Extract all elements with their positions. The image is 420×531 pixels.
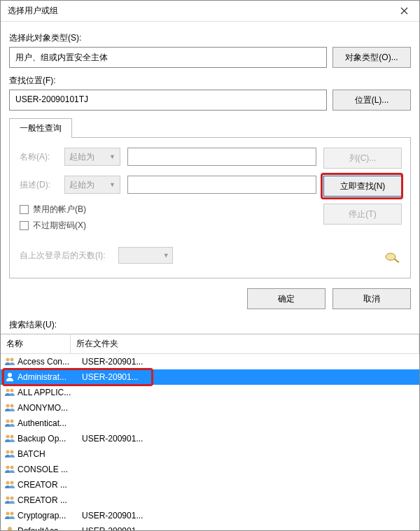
svg-point-22 bbox=[10, 512, 14, 516]
list-item[interactable]: DefaultAcc...USER-200901... bbox=[1, 523, 419, 530]
svg-point-8 bbox=[10, 404, 14, 408]
item-name: Cryptograp... bbox=[18, 511, 82, 521]
column-headers: 名称 所在文件夹 bbox=[1, 334, 419, 354]
object-type-field: 用户、组或内置安全主体 bbox=[9, 47, 327, 68]
locations-button[interactable]: 位置(L)... bbox=[332, 90, 411, 111]
group-icon bbox=[4, 356, 16, 367]
item-name: ANONYMO... bbox=[18, 403, 82, 413]
item-folder: USER-20901... bbox=[82, 372, 419, 382]
desc-combo[interactable]: 起始为 ▼ bbox=[64, 176, 120, 194]
desc-label: 描述(D): bbox=[20, 179, 57, 191]
list-item[interactable]: Authenticat... bbox=[1, 416, 419, 431]
location-field: USER-20090101TJ bbox=[9, 90, 327, 111]
list-item[interactable]: Backup Op...USER-200901... bbox=[1, 431, 419, 446]
svg-point-20 bbox=[10, 497, 14, 500]
svg-point-12 bbox=[10, 435, 14, 439]
find-now-button[interactable]: 立即查找(N) bbox=[323, 176, 402, 197]
item-folder: USER-200901... bbox=[82, 526, 419, 530]
list-item[interactable]: CONSOLE ... bbox=[1, 462, 419, 477]
svg-point-23 bbox=[8, 527, 12, 530]
svg-point-14 bbox=[10, 451, 14, 454]
svg-point-6 bbox=[10, 389, 14, 392]
item-name: BATCH bbox=[18, 449, 82, 459]
list-item[interactable]: Administrat...USER-20901... bbox=[1, 369, 419, 385]
side-buttons: 列(C)... 立即查找(N) 停止(T) bbox=[323, 148, 400, 264]
window-title: 选择用户或组 bbox=[8, 5, 58, 17]
item-folder: USER-200901... bbox=[82, 357, 419, 367]
group-icon bbox=[4, 464, 16, 475]
query-form: 名称(A): 起始为 ▼ 描述(D): 起始为 ▼ bbox=[20, 148, 316, 264]
tab-host: 一般性查询 名称(A): 起始为 ▼ 描述(D): 起始为 ▼ bbox=[9, 118, 411, 278]
svg-point-17 bbox=[6, 481, 10, 485]
svg-point-5 bbox=[6, 389, 10, 392]
list-item[interactable]: ALL APPLIC... bbox=[1, 385, 419, 400]
noexpire-label: 不过期密码(X) bbox=[33, 220, 86, 232]
svg-point-13 bbox=[6, 451, 10, 454]
ok-button[interactable]: 确定 bbox=[247, 288, 326, 309]
cancel-button[interactable]: 取消 bbox=[332, 288, 411, 309]
noexpire-checkbox[interactable] bbox=[20, 221, 29, 230]
list-item[interactable]: Cryptograp...USER-200901... bbox=[1, 508, 419, 523]
svg-point-11 bbox=[6, 435, 10, 439]
desc-input[interactable] bbox=[127, 176, 316, 194]
list-item[interactable]: ANONYMO... bbox=[1, 400, 419, 416]
svg-point-19 bbox=[6, 497, 10, 500]
svg-point-21 bbox=[6, 512, 10, 516]
item-name: Access Con... bbox=[18, 357, 82, 367]
name-label: 名称(A): bbox=[20, 151, 57, 163]
user-icon bbox=[4, 371, 16, 383]
group-icon bbox=[4, 510, 16, 521]
col-folder-header[interactable]: 所在文件夹 bbox=[71, 334, 419, 353]
item-name: CREATOR ... bbox=[18, 480, 82, 490]
col-name-header[interactable]: 名称 bbox=[1, 334, 71, 353]
item-name: CREATOR ... bbox=[18, 495, 82, 505]
titlebar: 选择用户或组 bbox=[1, 1, 419, 22]
name-input[interactable] bbox=[127, 148, 316, 166]
item-name: Authenticat... bbox=[18, 418, 82, 428]
object-type-label: 选择此对象类型(S): bbox=[9, 32, 411, 44]
disabled-label: 禁用的帐户(B) bbox=[33, 204, 86, 215]
svg-point-2 bbox=[6, 358, 10, 362]
svg-point-16 bbox=[10, 466, 14, 469]
columns-button[interactable]: 列(C)... bbox=[323, 148, 402, 169]
tab-common-queries[interactable]: 一般性查询 bbox=[9, 118, 72, 138]
group-icon bbox=[4, 495, 16, 506]
list-item[interactable]: CREATOR ... bbox=[1, 477, 419, 493]
item-name: CONSOLE ... bbox=[18, 465, 82, 474]
close-button[interactable] bbox=[388, 1, 419, 22]
svg-point-3 bbox=[10, 358, 14, 362]
list-item[interactable]: Access Con...USER-200901... bbox=[1, 354, 419, 369]
item-name: ALL APPLIC... bbox=[18, 388, 82, 397]
item-name: Administrat... bbox=[18, 372, 82, 382]
object-types-button[interactable]: 对象类型(O)... bbox=[332, 47, 411, 68]
dialog-content: 选择此对象类型(S): 用户、组或内置安全主体 对象类型(O)... 查找位置(… bbox=[1, 22, 419, 278]
chevron-down-icon: ▼ bbox=[163, 252, 169, 259]
disabled-checkbox[interactable] bbox=[20, 205, 29, 214]
stop-button[interactable]: 停止(T) bbox=[323, 204, 402, 225]
name-combo[interactable]: 起始为 ▼ bbox=[64, 148, 120, 166]
svg-line-1 bbox=[394, 259, 399, 262]
magnifier-icon bbox=[382, 250, 400, 264]
tab-panel: 名称(A): 起始为 ▼ 描述(D): 起始为 ▼ bbox=[9, 137, 411, 278]
location-label: 查找位置(F): bbox=[9, 75, 411, 87]
list-item[interactable]: CREATOR ... bbox=[1, 493, 419, 508]
chevron-down-icon: ▼ bbox=[109, 153, 115, 160]
results-list: 名称 所在文件夹 Access Con...USER-200901...Admi… bbox=[1, 334, 419, 530]
list-item[interactable]: BATCH bbox=[1, 446, 419, 462]
item-name: Backup Op... bbox=[18, 434, 82, 444]
chevron-down-icon: ▼ bbox=[109, 181, 115, 188]
days-spinner[interactable]: ▼ bbox=[118, 247, 173, 264]
svg-point-7 bbox=[6, 404, 10, 408]
group-icon bbox=[4, 479, 16, 490]
dialog-buttons: 确定 取消 bbox=[1, 278, 419, 319]
group-icon bbox=[4, 448, 16, 460]
item-folder: USER-200901... bbox=[82, 434, 419, 444]
days-label: 自上次登录后的天数(I): bbox=[20, 250, 106, 262]
group-icon bbox=[4, 387, 16, 398]
item-name: DefaultAcc... bbox=[18, 526, 82, 530]
svg-point-10 bbox=[10, 420, 14, 423]
close-icon bbox=[400, 7, 408, 15]
svg-point-9 bbox=[6, 420, 10, 423]
group-icon bbox=[4, 433, 16, 444]
user-icon bbox=[4, 525, 16, 530]
